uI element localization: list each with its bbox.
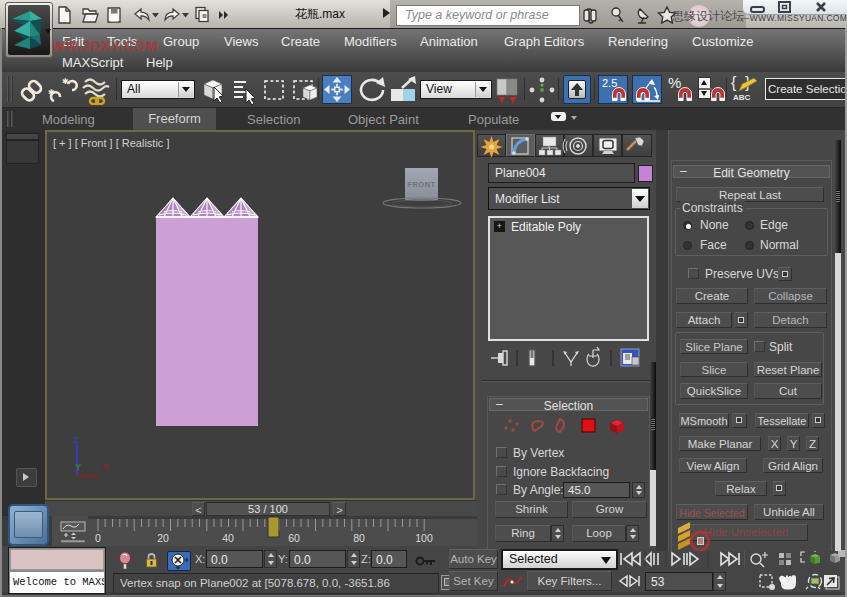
svg-text:Z: Z: [74, 435, 80, 445]
svg-text:80: 80: [353, 532, 365, 544]
svg-text:100: 100: [415, 532, 433, 544]
svg-text:✱: ✱: [48, 88, 55, 97]
svg-text:60: 60: [288, 532, 300, 544]
svg-text:Y: Y: [75, 462, 81, 472]
svg-text:X: X: [102, 462, 108, 472]
svg-text:40: 40: [222, 532, 234, 544]
svg-text:✱: ✱: [62, 77, 69, 86]
svg-text:0: 0: [95, 532, 101, 544]
svg-text:20: 20: [157, 532, 169, 544]
